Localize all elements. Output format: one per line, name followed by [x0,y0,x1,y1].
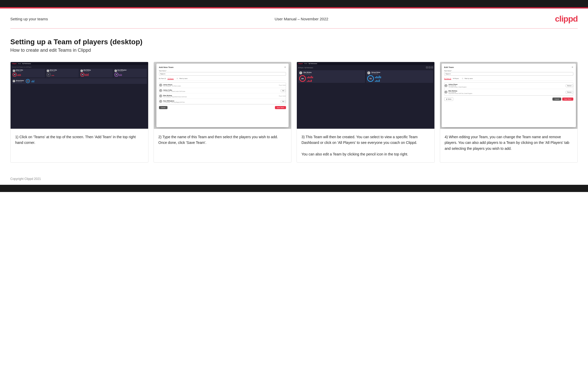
step4-trash-icon: 🗑 [446,98,447,100]
s1-bar [20,74,21,76]
step-3-card: clippd Home My Performance All Players ·… [297,62,435,163]
step4-tab-filter[interactable]: ☐ [462,78,463,80]
s3-player-grid: Blair McHarg Plus Handicap 94 [298,70,433,83]
step2-dialog-title: Add New Team ✕ [159,66,286,68]
step-1-screenshot: clippd Home My Performance Viewing 6 out… [11,62,148,129]
s3-bar [380,76,381,78]
step-2-text: 2) Type the name of this Team and then s… [154,129,291,162]
step4-delete-button[interactable]: 🗑 Delete [444,97,453,101]
step2-player-status-3: Player Added [279,95,286,97]
s1-bottom-info: Richard Butler Plus Handicap [16,80,24,82]
step4-remove-btn-2[interactable]: Remove [566,91,573,94]
s3-content: All Players · My Performance [297,65,434,84]
s1-player-info-4: Dave Billingham Plus Handicap [117,69,127,72]
s3-avatar-2 [367,71,370,74]
s1-content: Viewing 6 out of 8 players from: All Pla… [11,65,148,85]
step4-cancel-button[interactable]: Cancel [552,98,561,101]
step2-cancel-button[interactable]: Cancel [159,106,167,109]
step2-team-name-input[interactable]: Team A [159,72,286,76]
s1-player-col-3: Blair McHarg Plus Handicap 94 [80,69,113,77]
bottom-bar [0,185,588,192]
step2-player-detail-4: 1.5 Handicap · The Gog Magog Golf Club [163,102,280,103]
s3-bar [375,81,376,82]
step-3-description: 3) This Team will then be created. You c… [301,135,418,156]
header-divider [10,28,578,29]
s1-bars-4 [119,73,122,76]
s1-bar [88,73,89,76]
s1-player-header-4: Dave Billingham Plus Handicap [114,69,146,72]
s3-bar [307,81,308,82]
step4-tab-filter-text[interactable]: Filter by name [465,78,473,80]
s3-bar [377,81,379,82]
header: Setting up your teams User Manual – Nove… [0,8,588,28]
s3-ctrl-1[interactable] [426,66,428,68]
s1-bar [32,80,33,82]
s1-avatar-3 [80,69,83,72]
step2-tab-allplayers[interactable]: All Players [167,78,174,80]
step4-player-info-1: Adrian Player Plus Handicap The Shire Lo… [449,84,565,88]
s1-bar [120,75,120,76]
step4-tab-myteam[interactable]: My Team (2) [444,78,451,80]
s1-bar [51,75,52,76]
step2-tab-filter[interactable]: ☐ [177,78,178,80]
s3-bar [309,77,310,78]
s1-subtitle: Viewing 6 out of 8 players from: All Pla… [12,66,147,68]
s1-bar [52,75,53,76]
s3-bar [311,76,312,78]
step2-player-item-1: Adrian Player Plus Handicap · The Shire … [159,83,286,88]
s1-topbar: clippd Home My Performance [11,62,148,65]
step4-tab-allplayers[interactable]: All Players [453,78,459,80]
s3-nav-home: Home [304,63,307,64]
s3-player-info-2: Richard Butler Plus Handicap [372,72,380,74]
step4-team-name-input[interactable]: Team A [444,72,574,76]
step4-player-info-2: Blair McHarg Plus Handicap Royal North D… [449,90,565,94]
step4-avatar-2 [444,91,448,94]
step2-add-btn-4[interactable]: Add [281,100,286,103]
s1-player-sub-2: Player Quality [50,71,57,72]
s1-bottom-avatar [13,80,15,82]
s1-bar [121,74,122,76]
s1-nav: Home My Performance [18,63,31,64]
step2-player-status-1: Player Added [279,85,286,86]
step2-tab-filter-text[interactable]: Filter by name [179,78,188,80]
step-4-text: 4) When editing your Team, you can chang… [440,129,578,162]
step2-player-info-1: Adrian Player Plus Handicap · The Shire … [163,84,278,87]
s1-bar [17,75,18,76]
s1-bar [85,74,86,76]
s3-player-info-1: Blair McHarg Plus Handicap [304,72,312,74]
s3-subtitle: All Players · My Performance [298,67,313,68]
step1-mock-app: clippd Home My Performance Viewing 6 out… [11,62,148,129]
s1-bars-1 [17,73,21,76]
header-left-text: Setting up your teams [10,17,48,21]
step4-save-button[interactable]: Save Team [562,98,573,101]
s3-avatar-1 [299,71,302,74]
s1-bar [31,81,32,82]
step2-tab-myteam[interactable]: My Team (2) [159,78,166,80]
s1-bar [54,75,54,76]
s3-topbar: clippd Home My Performance [297,62,434,65]
step2-player-item-4: Dave Billingham 1.5 Handicap · The Gog M… [159,99,286,104]
step2-close-icon[interactable]: ✕ [284,66,286,68]
step-2-screenshot: Add New Team ✕ Team Name * Team A My Tea… [154,62,291,129]
s3-bar-row-2b [375,79,432,82]
step4-dialog-footer: 🗑 Delete Cancel Save Team [444,97,574,101]
s3-bars-2 [375,75,432,82]
s3-ctrl-2[interactable] [429,66,431,68]
step4-remove-btn-1[interactable]: Remove [566,84,573,87]
s3-bar-row-1a [307,75,364,78]
s1-avatar-1 [13,69,15,72]
s3-ctrl-3[interactable] [431,66,433,68]
s3-bar [377,77,379,78]
s3-score-section-2: 72 [367,75,432,82]
step4-delete-label: Delete [448,98,451,100]
s3-player-card-2: Richard Butler Plus Handicap 72 [366,70,433,83]
clippd-logo: clippd [555,14,578,23]
s1-player-info-1: Adrian Colba Plus Handicap [16,69,23,72]
page-title-section: Setting up a Team of players (desktop) H… [0,29,588,59]
step-1-text: 1) Click on 'Teams' at the top of the sc… [11,129,148,162]
step4-close-icon[interactable]: ✕ [572,66,573,68]
step2-add-btn-2[interactable]: Add [281,89,286,92]
step2-save-button[interactable]: Save Team [275,106,286,109]
step4-dialog-title: Edit Team ✕ [444,66,574,68]
s1-player-col-4: Dave Billingham Plus Handicap 78 [114,69,147,77]
